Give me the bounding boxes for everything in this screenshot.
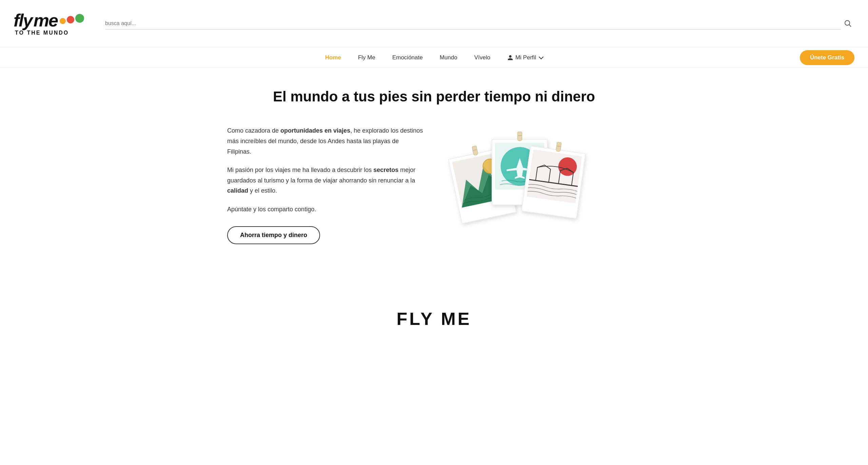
- profile-label: Mi Perfil: [515, 54, 536, 61]
- dot-red-icon: [67, 16, 74, 23]
- photo-3: [521, 146, 586, 219]
- hero-paragraph-2: Mi pasión por los viajes me ha llevado a…: [227, 165, 424, 196]
- hero-paragraph-3: Apúntate y los comparto contigo.: [227, 204, 424, 215]
- dot-orange-icon: [60, 18, 66, 24]
- join-button[interactable]: Únete Gratis: [800, 50, 854, 65]
- nav-item-home[interactable]: Home: [325, 54, 341, 61]
- clothespin-3: [555, 142, 561, 152]
- hero-bold-1: oportunidades en viajes: [280, 127, 350, 134]
- logo-subtitle: TO THE MUNDO: [14, 30, 69, 36]
- dot-green-icon: [75, 14, 84, 23]
- site-header: fly me TO THE MUNDO: [0, 0, 868, 47]
- user-icon: [507, 55, 513, 61]
- search-bar[interactable]: [105, 18, 841, 30]
- search-input[interactable]: [105, 18, 841, 30]
- hero-image: [451, 125, 593, 268]
- nav-item-emocionante[interactable]: Emociónate: [392, 54, 423, 61]
- fly-me-title: FLY ME: [14, 309, 854, 329]
- hero-title: El mundo a tus pies sin perder tiempo ni…: [227, 88, 641, 105]
- svg-point-0: [845, 20, 850, 25]
- photo-img-3: [527, 150, 582, 204]
- cta-button[interactable]: Ahorra tiempo y dinero: [227, 226, 320, 244]
- hero-paragraph-1: Como cazadora de oportunidades en viajes…: [227, 125, 424, 157]
- nav-item-fly-me[interactable]: Fly Me: [358, 54, 375, 61]
- hero-content: Como cazadora de oportunidades en viajes…: [227, 125, 641, 268]
- hero-text-block: Como cazadora de oportunidades en viajes…: [227, 125, 424, 244]
- clothespin-1: [472, 146, 478, 156]
- logo-fly-text: fly: [14, 12, 32, 29]
- photo-art-bridge: [527, 150, 582, 204]
- svg-rect-7: [527, 150, 582, 203]
- fly-me-section: FLY ME: [0, 282, 868, 343]
- logo[interactable]: fly me TO THE MUNDO: [14, 12, 92, 36]
- hero-bold-3: calidad: [227, 187, 248, 194]
- chevron-down-icon: [539, 55, 544, 59]
- search-button[interactable]: [841, 16, 854, 31]
- clothespin-2: [517, 132, 522, 141]
- photos-collage: [451, 125, 580, 254]
- nav-item-vivelo[interactable]: Vívelo: [474, 54, 490, 61]
- nav-item-mundo[interactable]: Mundo: [440, 54, 457, 61]
- hero-bold-2: secretos: [373, 167, 398, 173]
- svg-line-1: [849, 25, 851, 27]
- profile-menu[interactable]: Mi Perfil: [507, 54, 543, 61]
- main-nav: Home Fly Me Emociónate Mundo Vívelo Mi P…: [0, 47, 868, 68]
- logo-me-text: me: [34, 12, 58, 29]
- search-icon: [844, 19, 852, 27]
- hero-section: El mundo a tus pies sin perder tiempo ni…: [214, 68, 654, 282]
- logo-dots: [60, 14, 84, 24]
